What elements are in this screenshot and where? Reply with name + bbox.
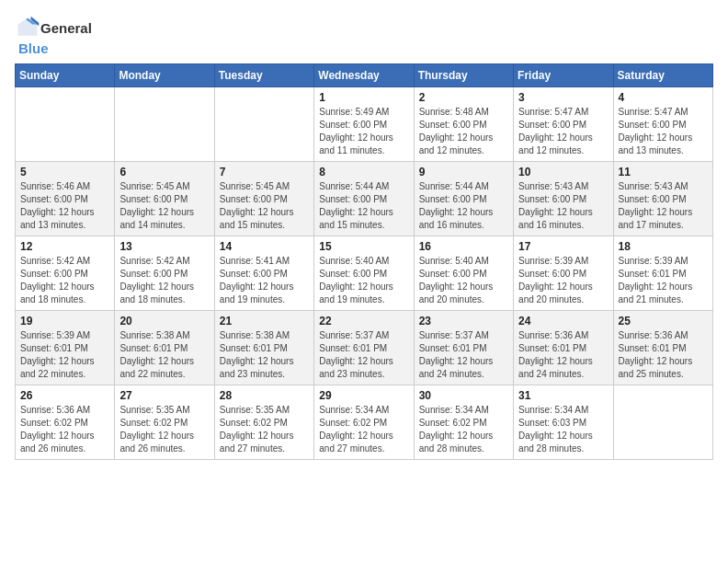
calendar-cell: 7Sunrise: 5:45 AM Sunset: 6:00 PM Daylig… [214,162,313,236]
day-info: Sunrise: 5:43 AM Sunset: 6:00 PM Dayligh… [619,180,708,232]
calendar-cell [613,385,712,460]
day-info: Sunrise: 5:44 AM Sunset: 6:00 PM Dayligh… [419,180,508,232]
calendar-cell: 11Sunrise: 5:43 AM Sunset: 6:00 PM Dayli… [613,162,712,236]
day-info: Sunrise: 5:39 AM Sunset: 6:01 PM Dayligh… [20,329,109,381]
logo-general-text: General [40,20,92,36]
calendar-cell: 15Sunrise: 5:40 AM Sunset: 6:00 PM Dayli… [314,236,414,311]
day-info: Sunrise: 5:38 AM Sunset: 6:01 PM Dayligh… [119,329,209,381]
logo-icon [15,15,40,40]
day-info: Sunrise: 5:36 AM Sunset: 6:01 PM Dayligh… [518,329,608,381]
day-info: Sunrise: 5:46 AM Sunset: 6:00 PM Dayligh… [20,180,109,232]
day-number: 5 [20,166,109,178]
day-number: 23 [419,315,508,327]
calendar-cell: 12Sunrise: 5:42 AM Sunset: 6:00 PM Dayli… [16,236,115,311]
day-info: Sunrise: 5:36 AM Sunset: 6:02 PM Dayligh… [20,404,109,455]
calendar-cell [115,87,214,162]
day-info: Sunrise: 5:34 AM Sunset: 6:02 PM Dayligh… [419,404,508,455]
weekday-header-sunday: Sunday [16,64,115,87]
calendar-cell: 6Sunrise: 5:45 AM Sunset: 6:00 PM Daylig… [115,162,214,236]
day-number: 7 [220,166,309,178]
day-info: Sunrise: 5:41 AM Sunset: 6:00 PM Dayligh… [220,255,309,306]
calendar-cell: 30Sunrise: 5:34 AM Sunset: 6:02 PM Dayli… [414,385,513,460]
day-number: 10 [518,166,608,178]
calendar-week-row: 19Sunrise: 5:39 AM Sunset: 6:01 PM Dayli… [16,311,713,385]
calendar-cell: 17Sunrise: 5:39 AM Sunset: 6:00 PM Dayli… [514,236,613,311]
day-number: 4 [619,91,708,104]
day-info: Sunrise: 5:38 AM Sunset: 6:01 PM Dayligh… [220,329,309,381]
calendar-cell [16,87,115,162]
calendar-cell: 14Sunrise: 5:41 AM Sunset: 6:00 PM Dayli… [214,236,313,311]
day-info: Sunrise: 5:34 AM Sunset: 6:03 PM Dayligh… [518,404,608,455]
day-info: Sunrise: 5:40 AM Sunset: 6:00 PM Dayligh… [319,255,408,306]
calendar-cell: 25Sunrise: 5:36 AM Sunset: 6:01 PM Dayli… [613,311,712,385]
calendar-cell: 10Sunrise: 5:43 AM Sunset: 6:00 PM Dayli… [514,162,613,236]
day-number: 6 [119,166,209,178]
day-info: Sunrise: 5:39 AM Sunset: 6:01 PM Dayligh… [619,255,708,306]
calendar-cell: 5Sunrise: 5:46 AM Sunset: 6:00 PM Daylig… [16,162,115,236]
day-number: 29 [319,389,408,402]
calendar-cell: 31Sunrise: 5:34 AM Sunset: 6:03 PM Dayli… [514,385,613,460]
day-number: 28 [220,389,309,402]
day-info: Sunrise: 5:40 AM Sunset: 6:00 PM Dayligh… [419,255,508,306]
day-number: 17 [518,240,608,253]
calendar-cell: 23Sunrise: 5:37 AM Sunset: 6:01 PM Dayli… [414,311,513,385]
calendar-cell: 19Sunrise: 5:39 AM Sunset: 6:01 PM Dayli… [16,311,115,385]
day-number: 16 [419,240,508,253]
day-number: 26 [20,389,109,402]
day-number: 3 [518,91,608,104]
day-number: 19 [20,315,109,327]
calendar-cell: 16Sunrise: 5:40 AM Sunset: 6:00 PM Dayli… [414,236,513,311]
logo: General Blue [15,15,92,56]
day-info: Sunrise: 5:49 AM Sunset: 6:00 PM Dayligh… [319,106,408,157]
day-info: Sunrise: 5:45 AM Sunset: 6:00 PM Dayligh… [119,180,209,232]
day-number: 31 [518,389,608,402]
weekday-header-wednesday: Wednesday [314,64,414,87]
day-info: Sunrise: 5:47 AM Sunset: 6:00 PM Dayligh… [518,106,608,157]
calendar-cell: 9Sunrise: 5:44 AM Sunset: 6:00 PM Daylig… [414,162,513,236]
calendar-cell: 2Sunrise: 5:48 AM Sunset: 6:00 PM Daylig… [414,87,513,162]
calendar-week-row: 12Sunrise: 5:42 AM Sunset: 6:00 PM Dayli… [16,236,713,311]
day-number: 25 [619,315,708,327]
calendar: SundayMondayTuesdayWednesdayThursdayFrid… [15,63,713,460]
logo-blue-text: Blue [18,40,49,56]
day-info: Sunrise: 5:43 AM Sunset: 6:00 PM Dayligh… [518,180,608,232]
day-info: Sunrise: 5:34 AM Sunset: 6:02 PM Dayligh… [319,404,408,455]
calendar-cell: 1Sunrise: 5:49 AM Sunset: 6:00 PM Daylig… [314,87,414,162]
calendar-week-row: 5Sunrise: 5:46 AM Sunset: 6:00 PM Daylig… [16,162,713,236]
day-info: Sunrise: 5:45 AM Sunset: 6:00 PM Dayligh… [220,180,309,232]
weekday-header-friday: Friday [514,64,613,87]
day-number: 2 [419,91,508,104]
day-info: Sunrise: 5:44 AM Sunset: 6:00 PM Dayligh… [319,180,408,232]
weekday-header-monday: Monday [115,64,214,87]
day-info: Sunrise: 5:48 AM Sunset: 6:00 PM Dayligh… [419,106,508,157]
day-info: Sunrise: 5:37 AM Sunset: 6:01 PM Dayligh… [419,329,508,381]
day-info: Sunrise: 5:36 AM Sunset: 6:01 PM Dayligh… [619,329,708,381]
calendar-week-row: 1Sunrise: 5:49 AM Sunset: 6:00 PM Daylig… [16,87,713,162]
day-info: Sunrise: 5:47 AM Sunset: 6:00 PM Dayligh… [619,106,708,157]
day-number: 11 [619,166,708,178]
day-number: 1 [319,91,408,104]
calendar-cell: 8Sunrise: 5:44 AM Sunset: 6:00 PM Daylig… [314,162,414,236]
header: General Blue [15,15,713,56]
calendar-cell: 28Sunrise: 5:35 AM Sunset: 6:02 PM Dayli… [214,385,313,460]
calendar-cell: 22Sunrise: 5:37 AM Sunset: 6:01 PM Dayli… [314,311,414,385]
day-number: 24 [518,315,608,327]
day-number: 13 [119,240,209,253]
calendar-cell: 29Sunrise: 5:34 AM Sunset: 6:02 PM Dayli… [314,385,414,460]
weekday-header-saturday: Saturday [613,64,712,87]
day-number: 18 [619,240,708,253]
day-number: 22 [319,315,408,327]
day-number: 21 [220,315,309,327]
day-info: Sunrise: 5:37 AM Sunset: 6:01 PM Dayligh… [319,329,408,381]
day-info: Sunrise: 5:35 AM Sunset: 6:02 PM Dayligh… [119,404,209,455]
day-info: Sunrise: 5:39 AM Sunset: 6:00 PM Dayligh… [518,255,608,306]
calendar-cell: 24Sunrise: 5:36 AM Sunset: 6:01 PM Dayli… [514,311,613,385]
day-number: 30 [419,389,508,402]
day-number: 14 [220,240,309,253]
day-number: 20 [119,315,209,327]
weekday-header-tuesday: Tuesday [214,64,313,87]
calendar-cell: 27Sunrise: 5:35 AM Sunset: 6:02 PM Dayli… [115,385,214,460]
day-number: 27 [119,389,209,402]
calendar-cell: 20Sunrise: 5:38 AM Sunset: 6:01 PM Dayli… [115,311,214,385]
day-info: Sunrise: 5:42 AM Sunset: 6:00 PM Dayligh… [119,255,209,306]
